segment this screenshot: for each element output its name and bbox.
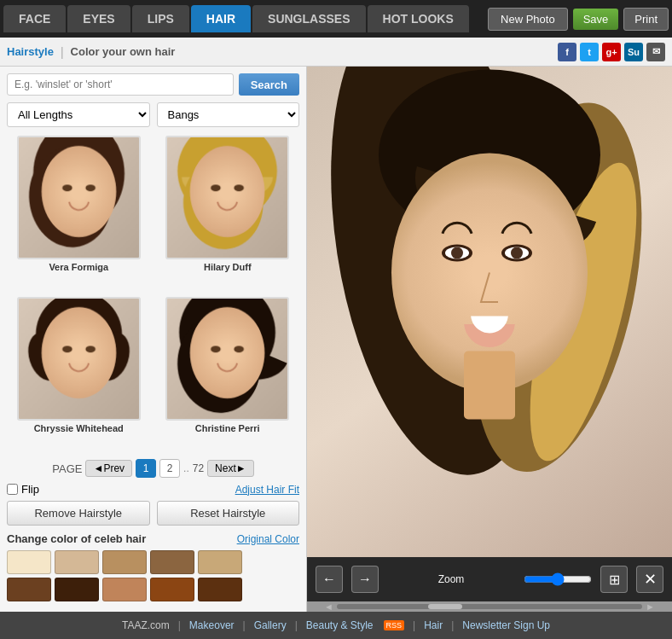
hairstyle-item-chryssie[interactable]: Chryssie Whitehead [7, 297, 151, 453]
footer-site: TAAZ.com [122, 619, 170, 631]
original-color-link[interactable]: Original Color [237, 533, 299, 545]
hairstyle-name-christine: Christine Perri [195, 423, 260, 433]
tab-sunglasses[interactable]: SUNGLASSES [252, 5, 365, 32]
length-filter[interactable]: All Lengths Short Medium Long [7, 102, 150, 127]
scroll-thumb[interactable] [428, 604, 462, 609]
tab-eyes[interactable]: EYES [67, 5, 130, 32]
page-label: PAGE [52, 462, 82, 475]
flip-label: Flip [21, 483, 39, 496]
facebook-icon[interactable]: f [558, 43, 576, 61]
color-swatch-7[interactable] [55, 578, 99, 601]
color-swatch-6[interactable] [7, 578, 51, 601]
stumbleupon-icon[interactable]: Su [624, 43, 643, 61]
zoom-slider[interactable] [524, 572, 592, 586]
top-navigation: FACE EYES LIPS HAIR SUNGLASSES HOT LOOKS… [0, 0, 672, 38]
color-swatch-1[interactable] [7, 550, 51, 574]
hairstyle-image-vera [17, 136, 141, 259]
email-icon[interactable]: ✉ [646, 43, 665, 61]
hairstyle-link[interactable]: Hairstyle [7, 45, 54, 58]
photo-controls: ← → Zoom ⊞ ✕ [307, 557, 672, 601]
footer-sep-3: | [295, 619, 298, 631]
footer-link-hair[interactable]: Hair [424, 619, 443, 631]
footer-sep-1: | [178, 619, 181, 631]
hairstyle-image-christine [165, 297, 289, 421]
color-swatch-9[interactable] [150, 578, 194, 601]
adjust-hair-fit-link[interactable]: Adjust Hair Fit [235, 484, 299, 496]
scroll-right-arrow[interactable]: ► [646, 601, 655, 612]
pan-left-button[interactable]: ← [316, 566, 343, 593]
sub-nav-links: Hairstyle | Color your own hair [7, 45, 175, 59]
remove-hairstyle-button[interactable]: Remove Hairstyle [7, 501, 150, 526]
prev-page-button[interactable]: ◄Prev [85, 460, 132, 477]
color-header: Change color of celeb hair Original Colo… [7, 532, 299, 545]
tab-hot-looks[interactable]: HOT LOOKS [368, 5, 469, 32]
tab-lips[interactable]: LIPS [132, 5, 189, 32]
save-button[interactable]: Save [573, 9, 619, 30]
hairstyle-item-hilary[interactable]: Hilary Duff [156, 136, 300, 292]
page-1-button[interactable]: 1 [136, 459, 156, 478]
rss-icon[interactable]: RSS [384, 620, 405, 630]
footer-link-gallery[interactable]: Gallery [254, 619, 287, 631]
portrait-canvas [307, 67, 672, 557]
footer-link-beauty[interactable]: Beauty & Style [306, 619, 374, 631]
nav-tabs: FACE EYES LIPS HAIR SUNGLASSES HOT LOOKS [3, 5, 469, 32]
right-panel: ← → Zoom ⊞ ✕ ◄ ► [307, 67, 672, 612]
next-page-button[interactable]: Next► [207, 460, 254, 477]
page-dots: .. [183, 462, 189, 474]
google-plus-icon[interactable]: g+ [602, 43, 621, 61]
hairstyle-item-vera[interactable]: Vera Formiga [7, 136, 151, 292]
photo-area [307, 67, 672, 557]
color-swatch-3[interactable] [102, 550, 147, 574]
footer: TAAZ.com | Makeover | Gallery | Beauty &… [0, 612, 672, 639]
main-layout: Search All Lengths Short Medium Long Ban… [0, 67, 672, 612]
footer-sep-5: | [451, 619, 454, 631]
print-button[interactable]: Print [623, 8, 669, 31]
footer-link-newsletter[interactable]: Newsletter Sign Up [462, 619, 550, 631]
pagination: PAGE ◄Prev 1 2 .. 72 Next► [7, 459, 299, 478]
pan-right-button[interactable]: → [351, 566, 379, 593]
sub-navigation: Hairstyle | Color your own hair f t g+ S… [0, 38, 672, 67]
hairstyle-name-hilary: Hilary Duff [204, 262, 252, 272]
hairstyle-name-chryssie: Chryssie Whitehead [34, 423, 124, 433]
close-photo-button[interactable]: ✕ [636, 566, 663, 593]
controls-row: Flip Adjust Hair Fit [7, 483, 299, 496]
color-title: Change color of celeb hair [7, 532, 146, 545]
new-photo-button[interactable]: New Photo [488, 8, 568, 31]
hairstyle-name-vera: Vera Formiga [49, 262, 108, 272]
hairstyle-image-hilary [165, 136, 289, 259]
grid-button[interactable]: ⊞ [600, 566, 628, 593]
footer-link-makeover[interactable]: Makeover [189, 619, 235, 631]
color-swatch-2[interactable] [55, 550, 99, 574]
color-swatch-4[interactable] [150, 550, 194, 574]
zoom-label: Zoom [387, 573, 515, 585]
action-buttons: Remove Hairstyle Reset Hairstyle [7, 501, 299, 526]
hairstyle-image-chryssie [17, 297, 141, 421]
tab-hair[interactable]: HAIR [191, 5, 251, 32]
search-button[interactable]: Search [239, 73, 299, 96]
scroll-left-arrow[interactable]: ◄ [324, 601, 333, 612]
top-action-buttons: New Photo Save Print [488, 8, 669, 31]
flip-checkbox[interactable] [7, 484, 18, 495]
color-swatches-row2 [7, 578, 299, 601]
hairstyle-item-christine[interactable]: Christine Perri [156, 297, 300, 453]
page-total: 72 [193, 462, 204, 474]
color-section: Change color of celeb hair Original Colo… [7, 532, 299, 605]
search-row: Search [7, 73, 299, 96]
color-link[interactable]: Color your own hair [71, 45, 176, 58]
scroll-track [337, 604, 642, 609]
flip-checkbox-label[interactable]: Flip [7, 483, 39, 496]
page-2-button[interactable]: 2 [159, 459, 180, 478]
left-panel: Search All Lengths Short Medium Long Ban… [0, 67, 307, 612]
reset-hairstyle-button[interactable]: Reset Hairstyle [157, 501, 300, 526]
twitter-icon[interactable]: t [580, 43, 599, 61]
color-swatch-5[interactable] [198, 550, 242, 574]
color-swatch-10[interactable] [198, 578, 242, 601]
style-filter[interactable]: Bangs No Bangs Layers Waves [157, 102, 300, 127]
sub-nav-separator: | [61, 45, 64, 59]
color-swatch-8[interactable] [102, 578, 147, 601]
color-swatches-row1 [7, 550, 299, 574]
footer-sep-2: | [243, 619, 246, 631]
horizontal-scrollbar[interactable]: ◄ ► [307, 601, 672, 612]
tab-face[interactable]: FACE [3, 5, 66, 32]
search-input[interactable] [7, 73, 234, 96]
